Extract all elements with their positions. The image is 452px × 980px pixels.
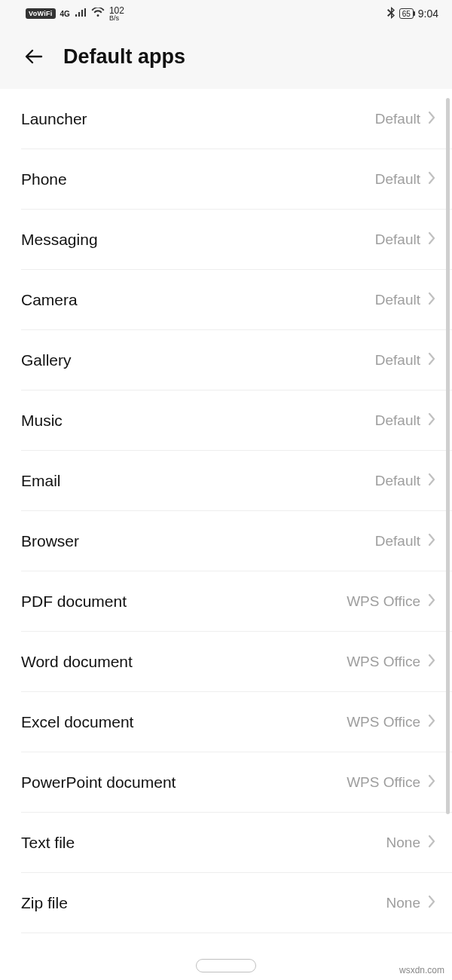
status-left-group: VoWiFi 4G 102 B/s: [26, 6, 124, 22]
row-label: Email: [21, 472, 61, 490]
home-indicator[interactable]: [196, 959, 256, 972]
clock: 9:04: [418, 8, 438, 20]
row-right-group: WPS Office: [347, 654, 435, 670]
chevron-right-icon: [428, 835, 435, 851]
row-label: Gallery: [21, 351, 72, 369]
row-value: Default: [375, 171, 420, 188]
row-value: WPS Office: [347, 774, 420, 791]
row-value: Default: [375, 473, 420, 489]
chevron-right-icon: [428, 654, 435, 670]
header: Default apps: [0, 27, 452, 89]
page-title: Default apps: [63, 45, 185, 69]
status-bar: VoWiFi 4G 102 B/s 65 9:04: [0, 0, 452, 27]
row-value: WPS Office: [347, 654, 420, 670]
battery-icon: 65: [399, 8, 414, 19]
row-label: Zip file: [21, 894, 68, 912]
row-right-group: WPS Office: [347, 714, 435, 730]
row-right-group: Default: [375, 231, 435, 248]
data-rate: 102 B/s: [109, 6, 124, 22]
vowifi-badge: VoWiFi: [26, 8, 56, 19]
signal-icon: [75, 8, 87, 20]
chevron-right-icon: [428, 774, 435, 791]
row-right-group: Default: [375, 412, 435, 429]
scrollbar[interactable]: [446, 98, 450, 814]
row-label: Messaging: [21, 231, 98, 249]
row-value: Default: [375, 412, 420, 429]
row-label: Camera: [21, 291, 78, 309]
row-right-group: Default: [375, 352, 435, 369]
chevron-right-icon: [428, 593, 435, 610]
setting-row-messaging[interactable]: MessagingDefault: [0, 210, 452, 270]
row-value: Default: [375, 292, 420, 308]
chevron-right-icon: [428, 292, 435, 308]
row-label: PowerPoint document: [21, 773, 176, 792]
status-right-group: 65 9:04: [387, 7, 438, 21]
row-value: WPS Office: [347, 593, 420, 610]
watermark: wsxdn.com: [399, 965, 444, 975]
data-rate-unit: B/s: [109, 15, 124, 22]
settings-list: LauncherDefaultPhoneDefaultMessagingDefa…: [0, 89, 452, 933]
row-value: None: [386, 895, 420, 911]
chevron-right-icon: [428, 111, 435, 127]
chevron-right-icon: [428, 473, 435, 489]
setting-row-excel-document[interactable]: Excel documentWPS Office: [0, 692, 452, 752]
setting-row-phone[interactable]: PhoneDefault: [0, 149, 452, 210]
row-right-group: Default: [375, 533, 435, 550]
wifi-icon: [91, 8, 105, 20]
row-value: WPS Office: [347, 714, 420, 730]
setting-row-pdf-document[interactable]: PDF documentWPS Office: [0, 571, 452, 632]
setting-row-music[interactable]: MusicDefault: [0, 390, 452, 451]
setting-row-browser[interactable]: BrowserDefault: [0, 511, 452, 571]
row-value: Default: [375, 111, 420, 127]
setting-row-text-file[interactable]: Text fileNone: [0, 813, 452, 873]
row-label: Phone: [21, 170, 67, 188]
bluetooth-icon: [387, 7, 395, 21]
row-value: Default: [375, 352, 420, 369]
row-label: Browser: [21, 532, 79, 550]
row-right-group: Default: [375, 171, 435, 188]
chevron-right-icon: [428, 412, 435, 429]
row-value: Default: [375, 533, 420, 550]
setting-row-gallery[interactable]: GalleryDefault: [0, 330, 452, 390]
row-value: None: [386, 835, 420, 851]
row-right-group: None: [386, 835, 435, 851]
row-right-group: WPS Office: [347, 593, 435, 610]
row-right-group: WPS Office: [347, 774, 435, 791]
setting-row-camera[interactable]: CameraDefault: [0, 270, 452, 330]
row-label: Launcher: [21, 110, 87, 128]
chevron-right-icon: [428, 895, 435, 911]
row-label: Excel document: [21, 713, 133, 731]
arrow-left-icon: [23, 46, 44, 67]
setting-row-word-document[interactable]: Word documentWPS Office: [0, 632, 452, 692]
chevron-right-icon: [428, 533, 435, 550]
row-value: Default: [375, 231, 420, 248]
row-right-group: Default: [375, 292, 435, 308]
row-label: Word document: [21, 653, 133, 671]
setting-row-zip-file[interactable]: Zip fileNone: [0, 873, 452, 933]
row-right-group: Default: [375, 473, 435, 489]
row-right-group: None: [386, 895, 435, 911]
back-button[interactable]: [21, 44, 47, 69]
setting-row-launcher[interactable]: LauncherDefault: [0, 89, 452, 149]
chevron-right-icon: [428, 231, 435, 248]
chevron-right-icon: [428, 352, 435, 369]
chevron-right-icon: [428, 714, 435, 730]
setting-row-powerpoint-document[interactable]: PowerPoint documentWPS Office: [0, 752, 452, 813]
row-label: Text file: [21, 834, 75, 852]
row-label: Music: [21, 412, 63, 430]
row-label: PDF document: [21, 593, 127, 611]
network-type-icon: 4G: [60, 10, 70, 18]
setting-row-email[interactable]: EmailDefault: [0, 451, 452, 511]
row-right-group: Default: [375, 111, 435, 127]
chevron-right-icon: [428, 171, 435, 188]
